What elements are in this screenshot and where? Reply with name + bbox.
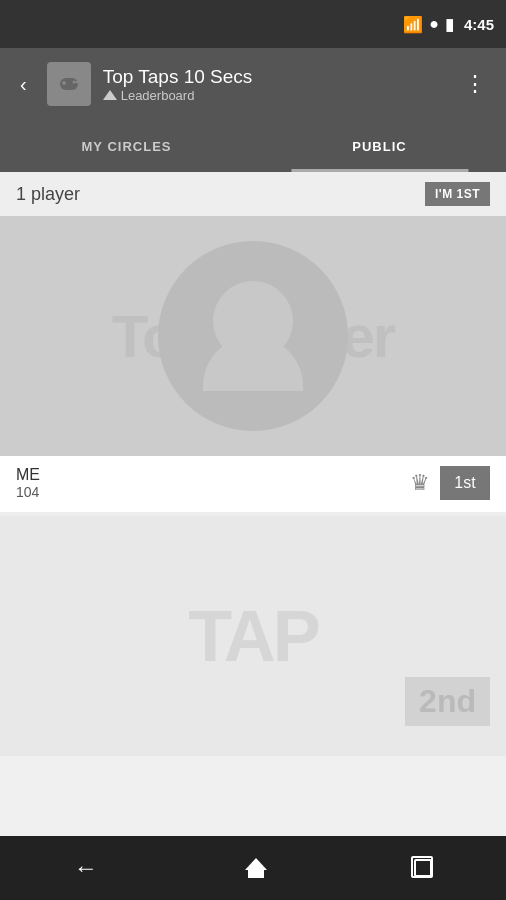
signal-indicator-icon: [103, 90, 117, 100]
nav-recents-button[interactable]: [390, 849, 456, 887]
player-score: 104: [16, 484, 40, 500]
nav-home-button[interactable]: [221, 848, 291, 888]
crown-icon: ♛: [410, 470, 430, 496]
app-bar-subtitle: Leaderboard: [103, 88, 444, 103]
signal-icon: ●: [429, 15, 439, 33]
status-bar-icons: 📶 ● ▮ 4:45: [403, 15, 494, 34]
score-right: ♛ 1st: [410, 466, 490, 500]
home-icon: [245, 858, 267, 878]
player-count-text: 1 player: [16, 184, 80, 205]
svg-point-3: [72, 81, 75, 84]
rank-badge: 1st: [440, 466, 490, 500]
back-arrow-icon: ←: [74, 854, 98, 882]
home-body-icon: [248, 868, 264, 878]
nav-back-button[interactable]: ←: [50, 844, 122, 892]
svg-rect-2: [63, 81, 65, 85]
status-bar: 📶 ● ▮ 4:45: [0, 0, 506, 48]
app-icon: [47, 62, 91, 106]
player-count-row: 1 player I'M 1ST: [0, 172, 506, 216]
app-bar-title: Top Taps 10 Secs: [103, 66, 444, 88]
wifi-icon: 📶: [403, 15, 423, 34]
app-bar: ‹ Top Taps 10 Secs Leaderboard ⋮: [0, 48, 506, 120]
score-info: ME 104: [16, 466, 40, 500]
content-area: 1 player I'M 1ST Top Player ME 104 ♛ 1st…: [0, 172, 506, 756]
score-row: ME 104 ♛ 1st: [0, 456, 506, 512]
svg-point-4: [75, 81, 78, 84]
status-time: 4:45: [464, 16, 494, 33]
first-place-profile-card: Top Player: [0, 216, 506, 456]
player-name: ME: [16, 466, 40, 484]
tab-bar: MY CIRCLES PUBLIC: [0, 120, 506, 172]
bottom-nav-bar: ←: [0, 836, 506, 900]
avatar-silhouette: [203, 281, 303, 391]
second-place-profile-area: TAP 2nd: [0, 516, 506, 756]
recents-icon: [414, 859, 432, 877]
im-1st-badge: I'M 1ST: [425, 182, 490, 206]
tab-public[interactable]: PUBLIC: [253, 120, 506, 172]
avatar-body: [203, 336, 303, 391]
profile-avatar: [158, 241, 348, 431]
app-bar-titles: Top Taps 10 Secs Leaderboard: [103, 66, 444, 103]
second-rank-indicator: 2nd: [405, 677, 490, 726]
svg-rect-0: [60, 78, 78, 90]
overflow-menu-button[interactable]: ⋮: [456, 63, 494, 105]
tab-my-circles[interactable]: MY CIRCLES: [0, 120, 253, 172]
tap-watermark: TAP: [188, 595, 318, 677]
battery-icon: ▮: [445, 15, 454, 34]
tap-watermark-text: TAP: [188, 596, 318, 676]
back-button[interactable]: ‹: [12, 65, 35, 104]
